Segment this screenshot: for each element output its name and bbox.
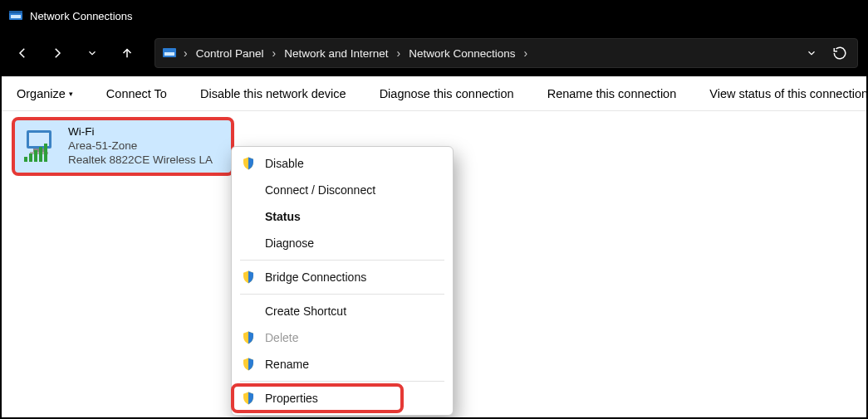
context-menu-item-create-shortcut[interactable]: Create Shortcut <box>232 298 453 324</box>
window-title: Network Connections <box>30 10 133 22</box>
context-menu-item-diagnose[interactable]: Diagnose <box>232 230 453 256</box>
content-area: Wi-Fi Area-51-Zone Realtek 8822CE Wirele… <box>2 111 866 417</box>
svg-rect-2 <box>11 15 21 18</box>
context-menu-item-label: Status <box>265 210 301 223</box>
context-menu-item-status[interactable]: Status <box>232 203 453 230</box>
context-menu-item-connect-disconnect[interactable]: Connect / Disconnect <box>232 177 453 203</box>
context-menu-separator <box>240 381 444 382</box>
toolbar-organize[interactable]: Organize ▾ <box>17 87 73 100</box>
context-menu-icon-empty <box>240 182 257 198</box>
uac-shield-icon <box>240 155 257 172</box>
adapter-name: Wi-Fi <box>68 125 213 139</box>
chevron-right-icon: › <box>395 46 402 60</box>
uac-shield-icon <box>240 356 257 373</box>
chevron-down-icon: ▾ <box>69 90 73 98</box>
context-menu-icon-empty <box>240 303 257 319</box>
uac-shield-icon <box>240 269 257 285</box>
uac-shield-icon <box>240 390 257 407</box>
context-menu-icon-empty <box>240 208 257 225</box>
toolbar-disable-device[interactable]: Disable this network device <box>200 87 346 100</box>
chevron-right-icon: › <box>270 46 277 60</box>
toolbar-rename[interactable]: Rename this connection <box>547 87 677 100</box>
svg-rect-12 <box>39 147 42 162</box>
context-menu-item-label: Properties <box>265 392 318 405</box>
context-menu-item-rename[interactable]: Rename <box>232 351 453 378</box>
adapter-device: Realtek 8822CE Wireless LA <box>68 153 213 168</box>
toolbar-view-status[interactable]: View status of this connection <box>709 87 866 100</box>
back-button[interactable] <box>10 41 35 66</box>
adapter-ssid: Area-51-Zone <box>68 139 213 153</box>
breadcrumb-control-panel[interactable]: Control Panel <box>194 44 266 63</box>
toolbar: Organize ▾ Connect To Disable this netwo… <box>2 76 866 111</box>
context-menu-item-label: Create Shortcut <box>265 305 346 318</box>
context-menu-item-label: Disable <box>265 157 304 170</box>
recent-locations-button[interactable] <box>80 41 105 66</box>
history-dropdown-icon[interactable] <box>806 47 817 59</box>
up-button[interactable] <box>115 41 140 66</box>
context-menu-separator <box>240 260 444 261</box>
titlebar: Network Connections <box>2 2 866 30</box>
svg-rect-1 <box>9 11 22 13</box>
context-menu-item-delete: Delete <box>232 324 453 351</box>
svg-rect-11 <box>34 150 37 162</box>
refresh-button[interactable] <box>832 46 847 61</box>
svg-rect-10 <box>29 153 32 162</box>
adapter-item-wifi[interactable]: Wi-Fi Area-51-Zone Realtek 8822CE Wirele… <box>14 119 232 173</box>
uac-shield-icon <box>240 329 257 346</box>
context-menu: DisableConnect / DisconnectStatusDiagnos… <box>231 146 454 416</box>
context-menu-item-properties[interactable]: Properties <box>232 385 453 412</box>
toolbar-connect-to[interactable]: Connect To <box>106 87 167 100</box>
context-menu-item-label: Bridge Connections <box>265 270 366 284</box>
context-menu-separator <box>240 294 444 295</box>
toolbar-diagnose[interactable]: Diagnose this connection <box>380 87 514 100</box>
window-icon <box>8 8 23 23</box>
location-icon <box>162 46 177 61</box>
context-menu-item-label: Delete <box>265 331 298 344</box>
network-adapter-icon <box>22 125 61 165</box>
forward-button[interactable] <box>45 41 70 66</box>
context-menu-item-label: Connect / Disconnect <box>265 183 375 197</box>
address-bar[interactable]: › Control Panel › Network and Internet ›… <box>154 38 858 68</box>
navbar: › Control Panel › Network and Internet ›… <box>2 30 866 76</box>
chevron-right-icon: › <box>182 46 189 60</box>
context-menu-item-bridge-connections[interactable]: Bridge Connections <box>232 264 453 290</box>
toolbar-organize-label: Organize <box>17 87 66 100</box>
svg-rect-9 <box>24 157 27 162</box>
chevron-right-icon: › <box>522 46 529 60</box>
breadcrumb-network-and-internet[interactable]: Network and Internet <box>282 44 390 63</box>
context-menu-icon-empty <box>240 235 257 251</box>
context-menu-item-disable[interactable]: Disable <box>232 150 453 177</box>
breadcrumb-network-connections[interactable]: Network Connections <box>407 44 517 63</box>
context-menu-item-label: Rename <box>265 358 309 371</box>
adapter-text: Wi-Fi Area-51-Zone Realtek 8822CE Wirele… <box>68 125 213 168</box>
context-menu-item-label: Diagnose <box>265 236 314 250</box>
svg-rect-13 <box>44 144 47 162</box>
svg-rect-4 <box>164 52 174 56</box>
